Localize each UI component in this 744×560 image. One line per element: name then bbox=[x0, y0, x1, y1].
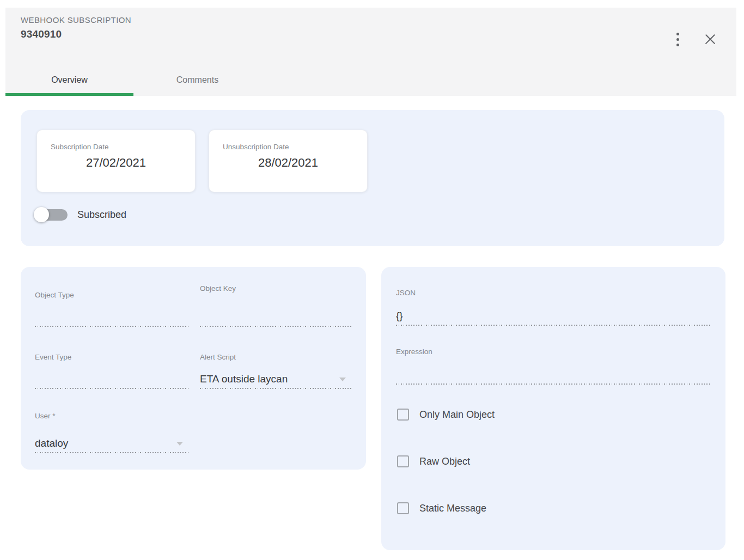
unsubscription-date-value[interactable]: 28/02/2021 bbox=[209, 156, 367, 170]
field-json: JSON {} bbox=[396, 289, 711, 326]
dialog-header: WEBHOOK SUBSCRIPTION 9340910 Overview Co… bbox=[5, 8, 736, 96]
user-underline bbox=[35, 452, 188, 453]
active-tab-indicator bbox=[5, 93, 133, 96]
checkbox-icon[interactable] bbox=[397, 455, 409, 467]
checkbox-icon[interactable] bbox=[397, 502, 409, 514]
close-icon bbox=[704, 33, 716, 45]
subscription-date-label: Subscription Date bbox=[51, 143, 195, 151]
event-type-underline bbox=[35, 388, 188, 389]
object-type-label: Object Type bbox=[35, 291, 74, 299]
kebab-menu-icon bbox=[676, 33, 679, 46]
chevron-down-icon[interactable] bbox=[339, 378, 346, 381]
unsubscription-date-field[interactable]: Unsubscription Date 28/02/2021 bbox=[209, 130, 368, 192]
field-object-key: Object Key bbox=[200, 284, 351, 327]
json-underline bbox=[396, 325, 711, 326]
subscribed-toggle[interactable] bbox=[34, 206, 69, 223]
field-expression: Expression bbox=[396, 348, 711, 385]
tab-bar: Overview Comments bbox=[5, 70, 261, 96]
alert-script-underline bbox=[200, 388, 351, 389]
chevron-down-icon[interactable] bbox=[176, 442, 183, 446]
user-select[interactable]: dataloy bbox=[35, 437, 188, 449]
field-user: User * dataloy bbox=[35, 412, 188, 453]
subscription-date-value[interactable]: 27/02/2021 bbox=[37, 156, 195, 170]
object-key-label: Object Key bbox=[200, 284, 236, 293]
json-label: JSON bbox=[396, 289, 416, 297]
payload-card: JSON {} Expression Only Main Object Raw … bbox=[381, 267, 725, 550]
object-key-input[interactable] bbox=[200, 311, 351, 323]
object-type-underline bbox=[35, 326, 188, 327]
tab-overview-label: Overview bbox=[51, 75, 88, 85]
expression-underline bbox=[396, 384, 711, 385]
raw-object-label: Raw Object bbox=[419, 456, 470, 467]
user-label: User * bbox=[35, 412, 56, 420]
tab-comments-label: Comments bbox=[176, 75, 218, 85]
tab-comments[interactable]: Comments bbox=[133, 70, 261, 96]
subscription-dates-card: Subscription Date 27/02/2021 Unsubscript… bbox=[21, 110, 724, 246]
toggle-thumb bbox=[34, 207, 49, 222]
object-key-underline bbox=[200, 326, 351, 327]
checkbox-icon[interactable] bbox=[397, 409, 409, 421]
more-options-button[interactable] bbox=[667, 28, 688, 50]
alert-script-label: Alert Script bbox=[200, 353, 236, 361]
page-title: 9340910 bbox=[21, 28, 131, 40]
subscribed-toggle-label: Subscribed bbox=[77, 209, 126, 221]
checkbox-static-message[interactable]: Static Message bbox=[397, 500, 486, 516]
close-button[interactable] bbox=[699, 28, 721, 50]
expression-input[interactable] bbox=[396, 369, 711, 381]
subscribed-toggle-row: Subscribed bbox=[34, 206, 126, 223]
tab-overview[interactable]: Overview bbox=[5, 70, 133, 96]
only-main-object-label: Only Main Object bbox=[419, 409, 495, 421]
details-card: Object Type Object Key Event Type Alert … bbox=[21, 267, 366, 470]
field-event-type: Event Type bbox=[35, 353, 188, 389]
unsubscription-date-label: Unsubscription Date bbox=[223, 143, 367, 151]
field-alert-script: Alert Script ETA outside laycan bbox=[200, 353, 351, 389]
object-type-input[interactable] bbox=[35, 311, 188, 323]
event-type-input[interactable] bbox=[35, 373, 188, 385]
json-input[interactable]: {} bbox=[396, 310, 711, 322]
event-type-label: Event Type bbox=[35, 353, 71, 361]
dialog-title-block: WEBHOOK SUBSCRIPTION 9340910 bbox=[21, 15, 131, 40]
alert-script-select[interactable]: ETA outside laycan bbox=[200, 373, 351, 385]
static-message-label: Static Message bbox=[419, 503, 486, 514]
checkbox-raw-object[interactable]: Raw Object bbox=[397, 453, 470, 470]
field-object-type: Object Type bbox=[35, 291, 188, 327]
dialog-overline: WEBHOOK SUBSCRIPTION bbox=[21, 15, 131, 25]
subscription-date-field[interactable]: Subscription Date 27/02/2021 bbox=[36, 130, 196, 192]
checkbox-only-main-object[interactable]: Only Main Object bbox=[397, 406, 495, 423]
expression-label: Expression bbox=[396, 348, 432, 356]
